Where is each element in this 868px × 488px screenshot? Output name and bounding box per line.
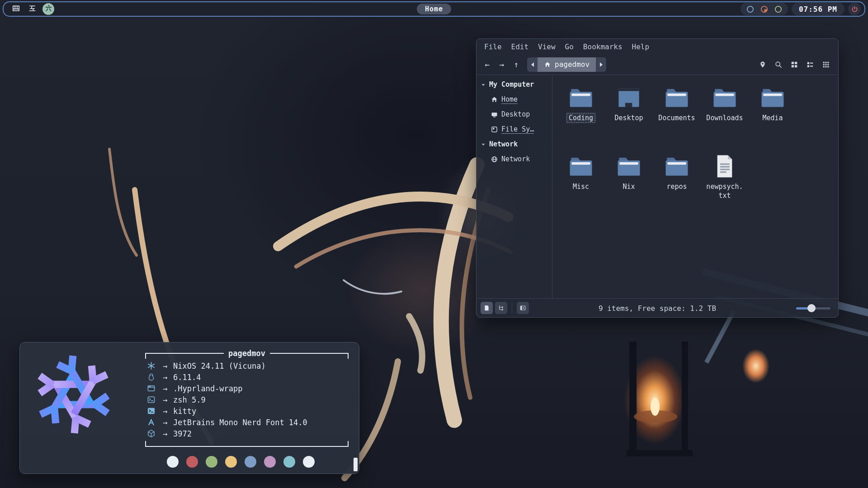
file-item[interactable]: Coding [557,84,605,153]
breadcrumb-prev-button[interactable] [527,57,538,72]
file-item[interactable]: Misc [557,153,605,222]
fetch-line: → NixOS 24.11 (Vicuna) [145,360,349,371]
sidebar-item[interactable]: Network [476,152,552,167]
location-pin-icon [759,61,767,69]
file-label: Desktop [612,113,645,123]
desktop: Home 07:56 PM [0,0,868,488]
window-title-text: Home [425,5,443,13]
terminal-window[interactable]: pagedmov → NixOS 24.11 (Vicuna) → 6.11.4 [19,342,359,474]
palette-dot [283,456,295,468]
search-button[interactable] [772,58,785,71]
list-view-button[interactable] [803,58,817,71]
breadcrumb: pagedmov [527,57,606,72]
terminal-icon [145,407,157,415]
desktop-icon [490,111,498,118]
sidebar-item[interactable]: Desktop [476,107,552,122]
sidebar-item[interactable]: My Computer [476,77,552,92]
sidebar-item[interactable]: Network [476,137,552,152]
arrow-icon: → [157,395,173,404]
menu-bar: File Edit View Go Bookmarks Help [476,39,838,54]
location-button[interactable] [756,58,769,71]
file-item[interactable]: Nix [605,153,653,222]
fetch-line: → JetBrains Mono Nerd Font 14.0 [145,417,349,428]
sidebar-item[interactable]: Home [476,92,552,107]
file-item[interactable]: repos [653,153,701,222]
icon-view-icon [790,61,798,69]
power-icon [851,5,859,13]
folder-icon [616,153,642,179]
folder-icon [664,153,690,179]
back-button[interactable]: ← [480,58,495,71]
terminal-color-palette [167,456,315,468]
fetch-value: 6.11.4 [173,373,201,382]
forward-button[interactable]: → [495,58,509,71]
fetch-line: → zsh 5.9 [145,394,349,405]
filesystem-icon [490,126,498,133]
fetch-line: → .Hyprland-wrapp [145,383,349,394]
chevron-down-icon [481,83,486,87]
fetch-line: → kitty [145,405,349,417]
fetch-value: JetBrains Mono Nerd Font 14.0 [173,418,307,427]
palette-dot [245,456,256,468]
fetch-line: → 6.11.4 [145,371,349,383]
fetch-value: kitty [173,407,196,416]
menu-item[interactable]: File [483,42,503,52]
chevron-left-icon [531,62,534,67]
toolbar-right [756,58,833,71]
clock-text: 07:56 PM [799,5,837,14]
tray-orange-pie-icon[interactable] [760,5,769,14]
file-item[interactable]: Desktop [605,84,653,153]
icon-view-button[interactable] [788,58,801,71]
hostname: pagedmov [224,348,270,359]
workspace-switcher [10,2,54,16]
arrow-icon: → [157,407,173,416]
desktop-folder-icon [616,84,642,111]
menu-item[interactable]: Bookmarks [582,42,624,52]
compact-view-button[interactable] [819,58,833,71]
workspace-button[interactable] [10,3,22,15]
file-item[interactable]: newpsych.txt [701,153,749,222]
tray-green-circle-icon[interactable] [774,5,783,14]
zoom-slider[interactable] [796,304,830,313]
folder-icon [568,153,594,179]
fetch-value: 3972 [173,429,192,438]
sidebar-item[interactable]: File Sy… [476,122,552,137]
fetch-value: zsh 5.9 [173,395,206,404]
zoom-slider-knob[interactable] [807,304,816,312]
menu-item[interactable]: View [537,42,557,52]
chevron-down-icon [481,142,486,147]
file-item[interactable]: Downloads [701,84,749,153]
breadcrumb-next-button[interactable] [596,57,606,72]
up-button[interactable]: ↑ [509,58,524,71]
home-icon [544,61,551,68]
file-manager-window: File Edit View Go Bookmarks Help ← → ↑ p… [476,38,839,318]
power-button[interactable] [848,3,861,15]
workspace-button[interactable] [26,3,38,15]
ws-six-icon [44,4,53,14]
list-view-icon [806,61,814,69]
text-file-icon [712,153,738,179]
palette-dot [225,456,237,468]
menu-item[interactable]: Help [631,42,651,52]
menu-item[interactable]: Edit [510,42,530,52]
file-item[interactable]: Media [749,84,797,153]
file-manager-body: My Computer Home Desktop File Sy [476,75,838,298]
file-label: Nix [620,182,637,192]
font-icon [145,418,157,427]
breadcrumb-segment-home[interactable]: pagedmov [538,57,596,72]
kernel-icon [145,373,157,381]
back-arrow-icon: ← [485,60,490,69]
toolbar: ← → ↑ pagedmov [476,54,838,75]
top-bar: Home 07:56 PM [3,1,865,17]
file-label: Media [760,113,785,123]
menu-item[interactable]: Go [564,42,575,52]
file-item[interactable]: Documents [653,84,701,153]
chevron-right-icon [600,62,603,67]
tray-blue-circle-icon[interactable] [746,5,755,14]
fetch-rows: → NixOS 24.11 (Vicuna) → 6.11.4 → .Hyprl… [145,360,349,439]
home-icon [490,96,498,103]
workspace-button[interactable] [42,3,54,15]
nixos-logo [32,352,116,436]
folder-icon [760,84,786,111]
file-label: newpsych.txt [702,182,747,201]
